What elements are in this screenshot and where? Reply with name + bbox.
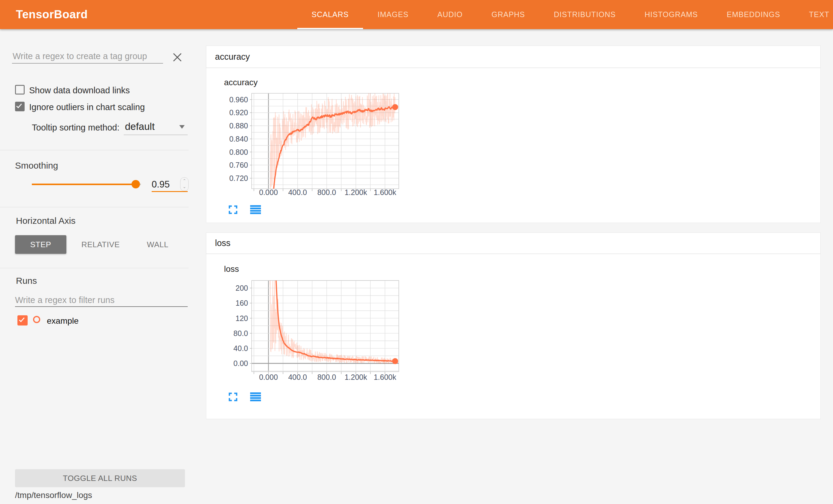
svg-text:0.000: 0.000 <box>259 373 278 381</box>
run-filter-input[interactable]: Write a regex to filter runs <box>15 295 114 305</box>
loss-chart[interactable]: 0.000400.0800.01.200k1.600k0.0040.080.01… <box>219 275 424 389</box>
smoothing-underline <box>152 191 188 192</box>
tensorboard-app: TensorBoard SCALARS IMAGES AUDIO GRAPHS … <box>0 0 833 504</box>
svg-text:0.960: 0.960 <box>229 95 248 104</box>
divider <box>0 268 189 268</box>
svg-text:120: 120 <box>235 314 248 323</box>
tag-filter-input[interactable]: Write a regex to create a tag group <box>13 51 147 61</box>
tab-histograms[interactable]: HISTOGRAMS <box>630 0 712 29</box>
smoothing-slider[interactable] <box>32 184 141 185</box>
runs-label: Runs <box>16 276 37 286</box>
tooltip-sort-label: Tooltip sorting method: <box>32 123 120 133</box>
svg-text:0.920: 0.920 <box>229 108 248 117</box>
toggle-all-runs-button[interactable]: TOGGLE ALL RUNS <box>15 469 185 487</box>
accuracy-section-card: accuracy accuracy 0.000400.0800.01.200k1… <box>206 46 821 223</box>
loss-chart-actions <box>228 392 261 402</box>
svg-text:80.0: 80.0 <box>233 329 248 337</box>
tab-images[interactable]: IMAGES <box>363 0 423 29</box>
dropdown-underline <box>124 135 188 135</box>
tooltip-sort-dropdown[interactable]: default <box>125 121 154 132</box>
tab-scalars[interactable]: SCALARS <box>297 0 363 29</box>
tab-audio[interactable]: AUDIO <box>423 0 477 29</box>
horizontal-axis-label: Horizontal Axis <box>16 216 75 226</box>
nav-tabs: SCALARS IMAGES AUDIO GRAPHS DISTRIBUTION… <box>297 0 833 29</box>
svg-text:400.0: 400.0 <box>288 373 307 381</box>
run-color-circle[interactable] <box>33 316 40 323</box>
run-selector-icon[interactable] <box>250 393 261 401</box>
divider <box>0 150 189 150</box>
svg-text:0.880: 0.880 <box>229 122 248 130</box>
svg-text:0.000: 0.000 <box>259 188 278 197</box>
active-tab-underline <box>297 28 363 29</box>
loss-section-card: loss loss 0.000400.0800.01.200k1.600k0.0… <box>206 232 821 419</box>
slider-thumb[interactable] <box>132 180 140 188</box>
svg-text:0.760: 0.760 <box>229 161 248 169</box>
accuracy-chart-title: accuracy <box>224 78 258 87</box>
expand-chart-icon[interactable] <box>228 205 238 215</box>
svg-text:160: 160 <box>235 299 248 307</box>
spinner-control[interactable]: ⌃⌄ <box>180 177 189 191</box>
clear-tag-filter-icon[interactable] <box>172 52 183 63</box>
svg-text:0.720: 0.720 <box>229 174 248 182</box>
svg-text:40.0: 40.0 <box>233 344 248 353</box>
accuracy-section-header[interactable]: accuracy <box>206 46 820 68</box>
tab-text[interactable]: TEXT <box>794 0 833 29</box>
app-header: TensorBoard SCALARS IMAGES AUDIO GRAPHS … <box>0 0 833 29</box>
svg-text:1.200k: 1.200k <box>344 373 367 381</box>
svg-text:1.200k: 1.200k <box>344 188 367 197</box>
smoothing-label: Smoothing <box>15 160 58 171</box>
tab-embeddings[interactable]: EMBEDDINGS <box>712 0 794 29</box>
smoothing-value-box: 0.95 ⌃⌄ <box>152 179 188 190</box>
svg-text:0.00: 0.00 <box>233 359 248 368</box>
loss-section-header[interactable]: loss <box>206 233 820 254</box>
dropdown-arrow-icon[interactable] <box>179 125 185 129</box>
tab-graphs[interactable]: GRAPHS <box>477 0 540 29</box>
loss-chart-title: loss <box>224 264 239 274</box>
svg-text:1.600k: 1.600k <box>374 188 396 197</box>
divider <box>0 207 189 207</box>
sidebar: Write a regex to create a tag group Show… <box>0 29 197 504</box>
show-download-links-checkbox[interactable] <box>15 85 25 95</box>
axis-relative-button[interactable]: RELATIVE <box>77 235 125 254</box>
svg-text:800.0: 800.0 <box>317 373 336 381</box>
expand-chart-icon[interactable] <box>228 392 238 402</box>
run-selector-icon[interactable] <box>250 205 261 214</box>
tab-distributions[interactable]: DISTRIBUTIONS <box>539 0 630 29</box>
accuracy-section-title: accuracy <box>215 46 250 68</box>
accuracy-chart[interactable]: 0.000400.0800.01.200k1.600k0.7200.7600.8… <box>219 89 424 203</box>
svg-text:800.0: 800.0 <box>317 188 336 197</box>
svg-text:0.800: 0.800 <box>229 148 248 156</box>
tag-filter-underline <box>12 63 163 64</box>
run-checkbox[interactable] <box>18 315 28 326</box>
app-title: TensorBoard <box>16 0 88 29</box>
accuracy-chart-actions <box>228 205 261 215</box>
slider-fill <box>32 184 136 185</box>
show-download-links-label: Show data download links <box>29 85 130 95</box>
svg-text:1.600k: 1.600k <box>374 373 396 381</box>
axis-step-button[interactable]: STEP <box>15 235 66 254</box>
ignore-outliers-checkbox[interactable] <box>15 102 25 111</box>
loss-section-title: loss <box>215 233 231 253</box>
run-filter-underline <box>15 306 188 307</box>
axis-wall-button[interactable]: WALL <box>137 235 179 254</box>
log-directory: /tmp/tensorflow_logs <box>15 490 92 500</box>
svg-text:0.840: 0.840 <box>229 135 248 143</box>
ignore-outliers-label: Ignore outliers in chart scaling <box>29 102 145 112</box>
smoothing-value[interactable]: 0.95 <box>152 179 170 190</box>
run-name: example <box>47 316 79 326</box>
svg-text:200: 200 <box>235 284 248 292</box>
svg-text:400.0: 400.0 <box>288 188 307 197</box>
